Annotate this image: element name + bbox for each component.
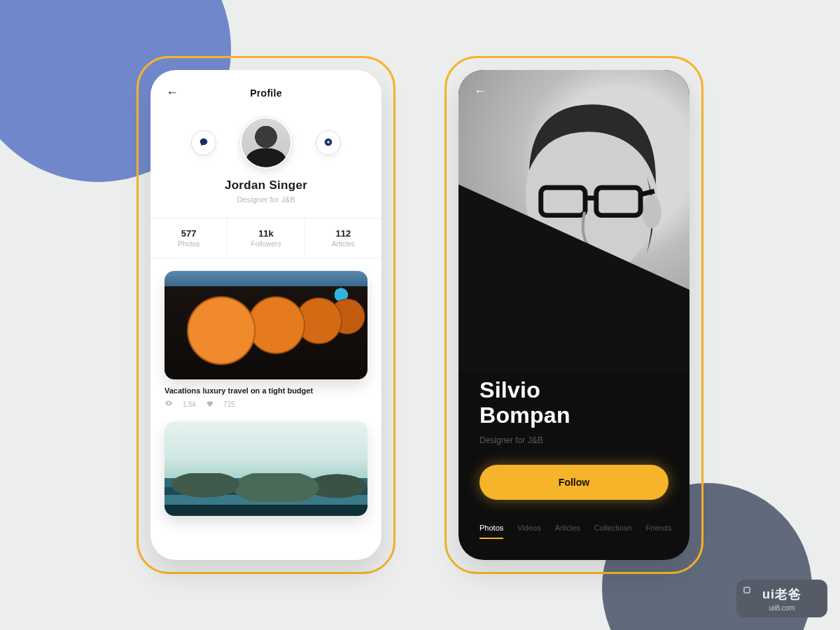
post-image-lanterns [164, 271, 368, 379]
chat-icon [199, 137, 209, 149]
post-card[interactable] [164, 421, 368, 516]
stat-articles[interactable]: 112 Articles [304, 218, 382, 258]
profile-name: Jordan Singer [150, 178, 382, 192]
page-title: Profile [166, 88, 366, 99]
watermark-sub: uii8.com [769, 604, 794, 612]
message-button[interactable] [191, 130, 216, 155]
avatar[interactable] [240, 117, 292, 169]
stat-value: 112 [305, 228, 382, 239]
profile-actions-row [150, 107, 382, 174]
stat-value: 11k [227, 228, 304, 239]
likes-count: 715 [223, 400, 235, 408]
tabs: Photos Videos Articles Collectiosn Frien… [479, 524, 668, 532]
device-frame-left: ← Profile Jordan Singer Designer for J&B [136, 56, 396, 574]
phone-screen-profile-light: ← Profile Jordan Singer Designer for J&B [150, 70, 382, 560]
post-card[interactable]: Vacations luxury travel on a tight budge… [164, 271, 368, 409]
tab-articles[interactable]: Articles [555, 524, 580, 532]
watermark-title: ui老爸 [762, 586, 802, 603]
tab-friends[interactable]: Friends [646, 524, 672, 532]
post-image-coast [164, 421, 368, 516]
add-button[interactable] [316, 130, 341, 155]
stats-row: 577 Photos 11k Followers 112 Articles [150, 218, 382, 258]
back-icon[interactable]: ← [474, 84, 486, 99]
profile-body: Silvio Bompan Designer for J&B Follow Ph… [458, 371, 690, 532]
artboard: ← Profile Jordan Singer Designer for J&B [0, 0, 840, 630]
profile-role: Designer for J&B [479, 435, 668, 445]
profile-name: Silvio Bompan [479, 378, 668, 428]
stat-label: Photos [150, 240, 227, 248]
heart-icon [206, 400, 214, 409]
tab-collections[interactable]: Collectiosn [594, 524, 632, 532]
stat-label: Articles [305, 240, 382, 248]
stat-label: Followers [227, 240, 304, 248]
profile-role: Designer for J&B [150, 195, 382, 204]
name-line2: Bompan [479, 402, 570, 428]
stat-value: 577 [150, 228, 227, 239]
post-title: Vacations luxury travel on a tight budge… [164, 386, 368, 395]
follow-button[interactable]: Follow [479, 465, 668, 500]
device-frame-right: ← Silvio Bompan Designer for J&B Follow … [444, 56, 704, 574]
plus-icon [323, 137, 333, 149]
tab-videos[interactable]: Videos [517, 524, 540, 532]
watermark-icon [743, 587, 750, 594]
svg-point-2 [642, 195, 662, 228]
header: ← Profile [150, 70, 382, 107]
views-icon [164, 399, 173, 409]
phone-screen-profile-dark: ← Silvio Bompan Designer for J&B Follow … [458, 70, 690, 560]
hero: ← [458, 70, 690, 371]
tab-photos[interactable]: Photos [479, 524, 503, 532]
feed: Vacations luxury travel on a tight budge… [150, 258, 382, 516]
stat-photos[interactable]: 577 Photos [150, 218, 227, 258]
watermark-badge: ui老爸 uii8.com [736, 580, 827, 617]
name-line1: Silvio [479, 377, 540, 402]
views-count: 1.5k [183, 400, 196, 408]
post-meta: 1.5k 715 [164, 399, 368, 409]
stat-followers[interactable]: 11k Followers [227, 218, 304, 258]
